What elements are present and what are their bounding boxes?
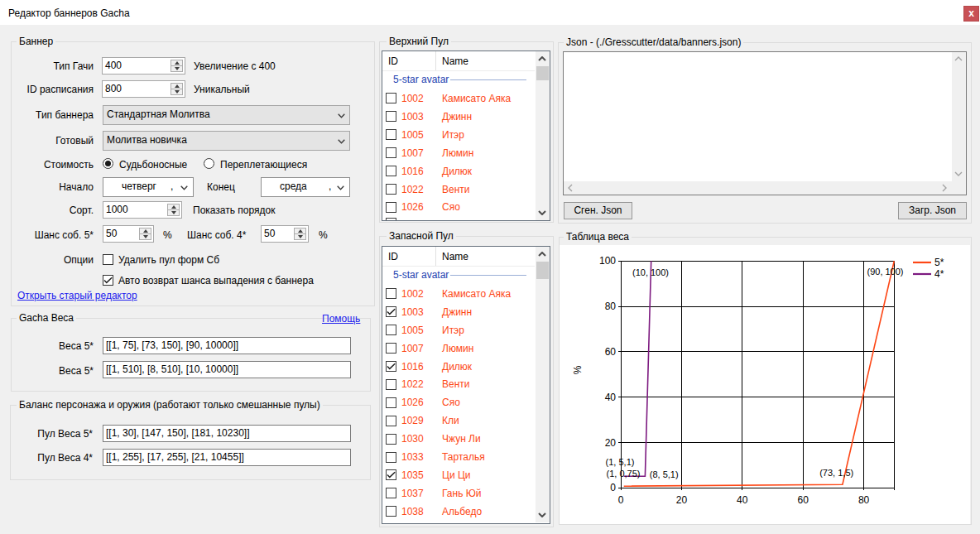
svg-text:4*: 4* — [934, 268, 944, 280]
svg-text:20: 20 — [605, 437, 617, 449]
svg-text:%: % — [572, 365, 584, 374]
svg-text:40: 40 — [605, 392, 617, 403]
svg-text:80: 80 — [605, 301, 617, 312]
svg-text:80: 80 — [858, 494, 870, 506]
svg-text:(1, 5,1): (1, 5,1) — [606, 457, 635, 467]
svg-text:60: 60 — [605, 346, 617, 358]
svg-text:20: 20 — [676, 494, 688, 506]
svg-text:0: 0 — [618, 494, 624, 506]
svg-text:(73, 1,5): (73, 1,5) — [819, 468, 853, 478]
svg-text:(90, 100): (90, 100) — [867, 267, 903, 277]
svg-text:(8, 5,1): (8, 5,1) — [650, 469, 679, 479]
svg-text:(1, 0,75): (1, 0,75) — [607, 469, 641, 479]
svg-text:100: 100 — [599, 255, 616, 267]
svg-text:60: 60 — [798, 494, 809, 506]
svg-text:(10, 100): (10, 100) — [632, 267, 669, 277]
svg-text:5*: 5* — [934, 257, 944, 268]
svg-text:40: 40 — [737, 494, 748, 506]
svg-text:0: 0 — [610, 482, 616, 493]
